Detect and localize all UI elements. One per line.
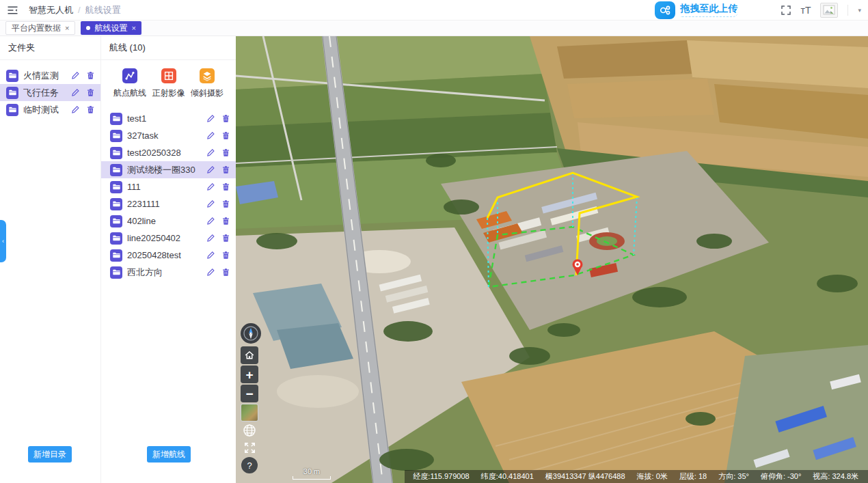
edit-icon[interactable] <box>206 199 215 208</box>
breadcrumb-current-page: 航线设置 <box>85 4 121 16</box>
folder-item-temp-test[interactable]: 临时测试 <box>0 101 100 118</box>
delete-icon[interactable] <box>221 131 230 140</box>
route-type-orthophoto[interactable]: 正射影像 <box>150 68 188 99</box>
folders-panel-title: 文件夹 <box>0 36 100 60</box>
map-3d-viewport[interactable]: + − ? 30 m 经度:115.979008 纬度:40.418401 横3… <box>236 36 868 483</box>
delete-icon[interactable] <box>221 148 230 157</box>
folder-icon <box>6 87 18 99</box>
route-type-label: 倾斜摄影 <box>191 87 223 99</box>
help-button[interactable]: ? <box>241 457 258 473</box>
breadcrumb-separator: / <box>78 5 81 15</box>
route-item[interactable]: 2231111 <box>101 195 236 212</box>
delete-icon[interactable] <box>221 199 230 208</box>
edit-icon[interactable] <box>71 88 80 97</box>
status-zoom-level: 层级: 18 <box>679 471 707 482</box>
satellite-scene <box>236 36 868 483</box>
status-view-height: 视高: 324.8米 <box>813 471 858 482</box>
add-route-button[interactable]: 新增航线 <box>147 446 191 463</box>
route-item[interactable]: 111 <box>101 178 236 195</box>
upload-label: 拖拽至此上传 <box>681 3 738 17</box>
tab-route-settings[interactable]: 航线设置 × <box>81 21 141 35</box>
close-icon[interactable]: × <box>131 24 135 32</box>
route-file-icon <box>110 164 122 176</box>
route-label: 西北方向 <box>127 266 163 279</box>
delete-icon[interactable] <box>86 88 95 97</box>
status-latitude: 纬度:40.418401 <box>481 471 534 482</box>
edit-icon[interactable] <box>206 268 215 277</box>
edit-icon[interactable] <box>71 71 80 80</box>
route-file-icon <box>110 215 122 227</box>
font-size-icon[interactable]: тT <box>801 5 811 16</box>
globe-2d3d-icon[interactable] <box>241 422 258 439</box>
route-type-label: 航点航线 <box>113 87 146 99</box>
route-item[interactable]: 327task <box>101 127 236 144</box>
delete-icon[interactable] <box>221 268 230 277</box>
folder-label: 临时测试 <box>23 104 59 116</box>
compass-icon[interactable] <box>241 323 261 344</box>
folder-item-flight-task[interactable]: 飞行任务 <box>0 84 100 101</box>
basemap-switcher[interactable] <box>241 404 258 422</box>
route-file-icon <box>110 198 122 210</box>
route-file-icon <box>110 147 122 159</box>
oblique-photography-icon <box>200 68 215 83</box>
zoom-in-button[interactable]: + <box>241 365 258 383</box>
edit-icon[interactable] <box>206 114 215 123</box>
drone-app-window: 智慧无人机 / 航线设置 拖拽至此上传 тT <box>0 0 868 483</box>
edit-icon[interactable] <box>206 131 215 140</box>
delete-icon[interactable] <box>221 182 230 191</box>
home-view-button[interactable] <box>241 346 258 364</box>
delete-icon[interactable] <box>221 165 230 174</box>
delete-icon[interactable] <box>221 217 230 225</box>
folder-label: 飞行任务 <box>23 87 59 99</box>
breadcrumb-app-title[interactable]: 智慧无人机 <box>29 4 73 16</box>
menu-fold-icon[interactable] <box>7 4 19 16</box>
route-item[interactable]: 402line <box>101 212 236 230</box>
sidebar-collapse-handle[interactable]: ‹ <box>0 220 6 262</box>
route-item[interactable]: test20250328 <box>101 144 236 161</box>
status-heading: 方向: 35° <box>718 471 749 482</box>
route-item[interactable]: 20250428test <box>101 247 236 264</box>
add-folder-button[interactable]: 新增目录 <box>28 446 72 463</box>
delete-icon[interactable] <box>221 234 230 243</box>
zoom-out-button[interactable]: − <box>241 385 258 402</box>
header-divider <box>847 5 848 16</box>
header-right-tools: 拖拽至此上传 тT ▾ <box>655 1 862 19</box>
upload-dropzone[interactable]: 拖拽至此上传 <box>655 1 738 19</box>
tab-platform-data[interactable]: 平台内置数据 × <box>5 21 75 35</box>
edit-icon[interactable] <box>206 234 215 243</box>
delete-icon[interactable] <box>86 71 95 80</box>
route-type-oblique[interactable]: 倾斜摄影 <box>188 68 226 99</box>
route-type-waypoint[interactable]: 航点航线 <box>111 68 149 99</box>
route-label: 111 <box>127 182 141 192</box>
edit-icon[interactable] <box>206 165 215 174</box>
delete-icon[interactable] <box>221 251 230 260</box>
route-label: 测试绕楼一圈330 <box>127 164 195 176</box>
route-item-selected[interactable]: 测试绕楼一圈330 <box>101 161 236 178</box>
route-label: 20250428test <box>127 250 181 260</box>
tab-active-dot <box>86 26 90 30</box>
tab-label: 航线设置 <box>94 23 127 34</box>
scalebar-label: 30 m <box>293 467 331 475</box>
fullscreen-icon[interactable] <box>781 5 791 16</box>
route-item[interactable]: 西北方向 <box>101 264 236 281</box>
delete-icon[interactable] <box>221 114 230 123</box>
avatar[interactable] <box>820 3 838 18</box>
folder-item-fire-monitoring[interactable]: 火情监测 <box>0 67 100 84</box>
route-item[interactable]: test1 <box>101 110 236 127</box>
edit-icon[interactable] <box>71 105 80 114</box>
route-item[interactable]: line20250402 <box>101 230 236 247</box>
route-type-label: 正射影像 <box>152 87 185 99</box>
edit-icon[interactable] <box>206 148 215 157</box>
cloud-drive-icon <box>655 1 675 19</box>
edit-icon[interactable] <box>206 182 215 191</box>
map-fullscreen-icon[interactable] <box>241 439 258 456</box>
route-label: line20250402 <box>127 233 180 243</box>
route-label: test20250328 <box>127 148 181 158</box>
edit-icon[interactable] <box>206 251 215 260</box>
routes-panel: 航线 (10) 航点航线 正射影像 倾斜摄影 test1 <box>100 36 236 483</box>
edit-icon[interactable] <box>206 217 215 225</box>
delete-icon[interactable] <box>86 105 95 114</box>
chevron-down-icon[interactable]: ▾ <box>858 7 861 14</box>
close-icon[interactable]: × <box>65 24 69 32</box>
folder-icon <box>6 104 18 116</box>
